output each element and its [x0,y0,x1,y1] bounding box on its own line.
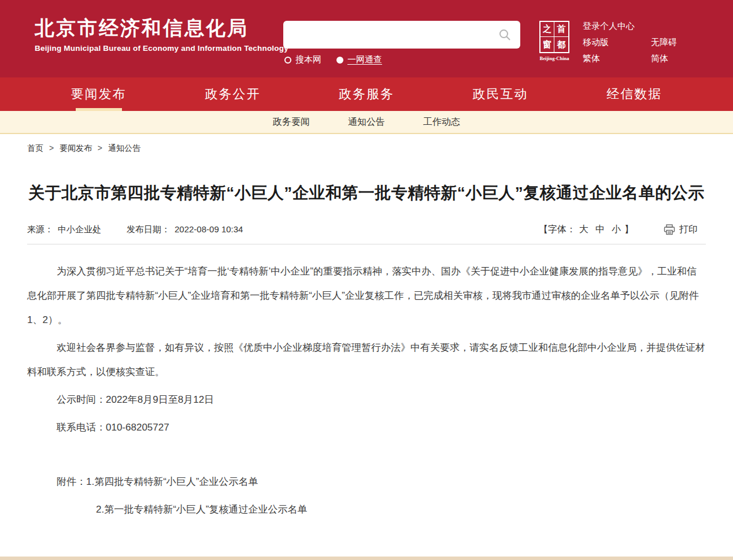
publish-date-value: 2022-08-09 10:34 [175,224,243,235]
scope-option-label[interactable]: 一网通查 [347,54,382,65]
search-icon[interactable] [498,28,511,41]
paragraph: 欢迎社会各界参与监督，如有异议，按照《优质中小企业梯度培育管理暂行办法》中有关要… [27,336,706,384]
logo-char: 首 [554,22,568,37]
font-size-widget: 【字体： 大 中 小 】 [539,224,634,236]
nav-item-interaction[interactable]: 政民互动 [434,77,568,111]
breadcrumb-notices[interactable]: 通知公告 [108,143,140,153]
font-size-medium-button[interactable]: 中 [595,224,605,236]
scope-option-network[interactable]: 一网通查 [336,54,382,65]
nav-item-data[interactable]: 经信数据 [567,77,701,111]
logo-char: 都 [554,37,568,52]
capital-window-grid: 之 首 窗 都 [539,21,569,53]
source-label: 来源： [27,224,53,235]
breadcrumb-separator: > [98,143,102,153]
sub-nav: 政务要闻 通知公告 工作动态 [0,111,733,134]
breadcrumb-news[interactable]: 要闻发布 [60,143,92,153]
font-size-prefix: 【字体： [539,224,576,236]
header-quick-links: 登录个人中心 移动版 无障碍 繁体 简体 [583,21,677,69]
contact-phone: 联系电话：010-68205727 [27,416,706,440]
login-link[interactable]: 登录个人中心 [583,21,651,32]
simplified-chinese-link[interactable]: 简体 [651,53,668,64]
page-title: 关于北京市第四批专精特新“小巨人”企业和第一批专精特新“小巨人”复核通过企业名单… [25,180,708,206]
search-box [283,21,520,49]
capital-window-logo[interactable]: 之 首 窗 都 Beijing-China [539,21,569,61]
scope-option-label[interactable]: 搜本网 [295,54,321,65]
subnav-item-gov-news[interactable]: 政务要闻 [273,116,310,128]
footer-strip [0,557,733,560]
scope-option-site[interactable]: 搜本网 [284,54,321,65]
font-size-large-button[interactable]: 大 [579,224,588,236]
attachment-link-2[interactable]: 2.第一批专精特新“小巨人”复核通过企业公示名单 [27,498,706,522]
font-size-small-button[interactable]: 小 [612,224,621,236]
breadcrumb: 首页 > 要闻发布 > 通知公告 [27,143,733,154]
accessibility-link[interactable]: 无障碍 [651,37,677,48]
nav-item-gov-disclosure[interactable]: 政务公开 [166,77,300,111]
subnav-item-notices[interactable]: 通知公告 [348,116,385,128]
subnav-item-work-updates[interactable]: 工作动态 [423,116,460,128]
search-input[interactable] [283,21,520,49]
radio-selected-icon[interactable] [336,57,343,64]
breadcrumb-separator: > [49,143,54,153]
printer-icon [664,224,675,235]
radio-unselected-icon[interactable] [284,57,291,64]
meta-divider [27,244,706,244]
breadcrumb-home[interactable]: 首页 [27,143,43,153]
paragraph: 为深入贯彻习近平总书记关于“培育一批‘专精特新’中小企业”的重要指示精神，落实中… [27,259,706,332]
nav-item-gov-services[interactable]: 政务服务 [299,77,434,111]
site-header: 北京市经济和信息化局 Beijing Municipal Bureau of E… [0,0,733,77]
print-button[interactable]: 打印 [664,224,698,236]
publish-date-label: 发布日期： [127,224,170,235]
search-scope-options: 搜本网 一网通查 [284,54,382,65]
mobile-version-link[interactable]: 移动版 [583,37,651,48]
logo-char: 窗 [541,37,554,52]
nav-item-news[interactable]: 要闻发布 [32,77,166,111]
spacer [27,443,706,470]
attachment-link-1[interactable]: 附件：1.第四批专精特新“小巨人”企业公示名单 [27,470,706,494]
site-title-english: Beijing Municipal Bureau of Economy and … [35,44,288,53]
site-logo: 北京市经济和信息化局 Beijing Municipal Bureau of E… [35,15,288,53]
main-nav: 要闻发布 政务公开 政务服务 政民互动 经信数据 [0,77,733,111]
article-body: 为深入贯彻习近平总书记关于“培育一批‘专精特新’中小企业”的重要指示精神，落实中… [27,259,706,522]
traditional-chinese-link[interactable]: 繁体 [583,53,651,64]
print-label[interactable]: 打印 [679,224,698,236]
source-value: 中小企业处 [58,224,101,235]
site-title: 北京市经济和信息化局 [35,15,288,42]
article-meta: 来源： 中小企业处 发布日期： 2022-08-09 10:34 【字体： 大 … [27,224,706,236]
page: 北京市经济和信息化局 Beijing Municipal Bureau of E… [0,0,733,560]
capital-window-caption: Beijing-China [539,55,569,61]
publicity-period: 公示时间：2022年8月9日至8月12日 [27,388,706,412]
font-size-suffix: 】 [624,224,634,236]
logo-char: 之 [541,22,554,37]
